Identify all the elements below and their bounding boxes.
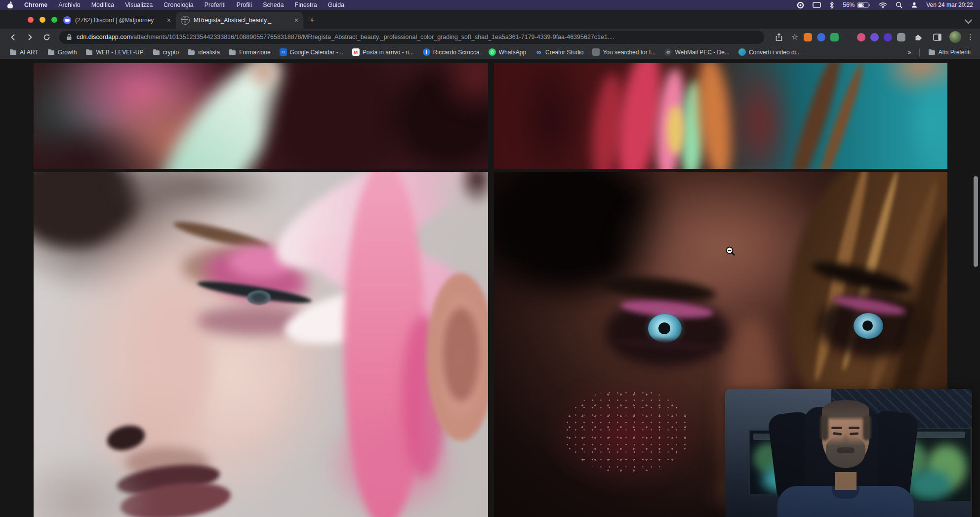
menu-item-chrome[interactable]: Chrome [24, 1, 47, 8]
battery-icon [857, 2, 870, 8]
close-window-button[interactable] [28, 17, 34, 23]
decor-blob [563, 389, 692, 473]
bookmark-label: You searched for I... [603, 49, 655, 56]
spotlight-search-icon[interactable] [896, 1, 902, 8]
bookmark-label: Formazione [239, 49, 270, 56]
image-grid-top-right[interactable] [494, 63, 947, 169]
chevron-down-icon[interactable] [965, 16, 973, 24]
share-icon[interactable] [772, 30, 786, 44]
folder-icon [153, 48, 160, 56]
bookmark-riccardo-scrocca[interactable]: Riccardo Scrocca [418, 47, 484, 57]
back-button[interactable] [6, 30, 20, 44]
close-tab-icon[interactable]: × [294, 17, 298, 24]
menu-kebab-icon[interactable]: ⋮ [967, 33, 974, 41]
chrome-tab-strip: (2762) Discord | @Midjourney × MRregista… [0, 10, 980, 29]
menu-status-group: 56% Ven 24 mar 20:22 [797, 1, 980, 9]
bookmark-label: Posta in arrivo - ri... [363, 49, 414, 56]
bookmark-posta-in-arrivo-ri[interactable]: Posta in arrivo - ri... [348, 47, 418, 57]
bookmark-ai-art[interactable]: AI ART [5, 47, 43, 57]
bookmarks-divider [919, 48, 920, 56]
violet-extension-icon[interactable] [884, 33, 892, 41]
purple-circle-extension-icon[interactable] [870, 33, 879, 41]
image-grid-bottom-left-portrait[interactable] [34, 172, 488, 517]
image-grid-top-left[interactable] [34, 63, 488, 169]
folder-icon [47, 48, 55, 56]
bookmark-items: AI ARTGrowthWEB - LEVEL-UPcryptoidealist… [5, 47, 805, 57]
bookmark-crypto[interactable]: crypto [148, 47, 184, 57]
scrollbar-thumb[interactable] [974, 176, 978, 267]
other-bookmarks-folder[interactable]: Altri Preferiti [924, 47, 975, 57]
bookmark-creator-studio[interactable]: Creator Studio [531, 47, 588, 57]
bookmark-webmail-pec-de[interactable]: WebMail PEC - De... [660, 47, 734, 57]
minimize-window-button[interactable] [40, 17, 45, 23]
site-lock-icon[interactable] [66, 34, 72, 40]
battery-status[interactable]: 56% [843, 1, 870, 8]
bookmark-you-searched-for-i[interactable]: You searched for I... [588, 47, 660, 57]
bookmark-growth[interactable]: Growth [43, 47, 82, 57]
tab-image-attachment[interactable]: MRregista_Abstract_beauty._ × [176, 12, 303, 29]
wifi-icon[interactable] [879, 2, 887, 8]
menu-item-preferiti[interactable]: Preferiti [204, 1, 226, 8]
menu-item-visualizza[interactable]: Visualizza [125, 1, 153, 8]
folder-icon [188, 48, 195, 56]
menu-item-profili[interactable]: Profili [237, 1, 252, 8]
display-mirror-icon[interactable] [813, 2, 821, 8]
bookmark-google-calendar[interactable]: Google Calendar -... [275, 47, 348, 57]
screen-record-icon[interactable] [797, 1, 804, 9]
bookmark-label: idealista [198, 49, 220, 56]
decor-blob [725, 389, 972, 517]
menu-item-archivio[interactable]: Archivio [58, 1, 80, 8]
bookmark-web-level-up[interactable]: WEB - LEVEL-UP [81, 47, 148, 57]
apple-menu-icon[interactable] [7, 2, 13, 8]
bookmarks-bar: AI ARTGrowthWEB - LEVEL-UPcryptoidealist… [0, 45, 980, 59]
chrome-toolbar: cdn.discordapp.com/attachments/101351233… [0, 29, 980, 45]
gray-grid-extension-icon[interactable] [897, 33, 905, 41]
menu-item-scheda[interactable]: Scheda [263, 1, 284, 8]
orange-fox-extension-icon[interactable] [804, 33, 812, 41]
folder-icon [85, 48, 93, 56]
bookmark-formazione[interactable]: Formazione [224, 47, 275, 57]
close-tab-icon[interactable]: × [167, 17, 171, 24]
pink-key-extension-icon[interactable] [857, 33, 865, 41]
side-panel-icon[interactable] [930, 30, 944, 44]
url-path: /attachments/1013512335442333816/1088905… [132, 34, 614, 40]
webmail-icon [664, 48, 672, 56]
bookmark-label: crypto [163, 49, 179, 56]
decor-blob [443, 308, 480, 401]
menu-left-group: ChromeArchivioModificaVisualizzaCronolog… [0, 1, 344, 8]
globe-favicon [181, 16, 190, 25]
convert-icon [738, 48, 746, 56]
forward-button[interactable] [23, 30, 37, 44]
menu-clock[interactable]: Ven 24 mar 20:22 [926, 1, 973, 8]
blue-wallet-extension-icon[interactable] [817, 33, 825, 41]
tabs: (2762) Discord | @Midjourney × MRregista… [58, 10, 321, 29]
omnibox[interactable]: cdn.discordapp.com/attachments/101351233… [59, 31, 764, 44]
dark-circle-extension-icon[interactable] [844, 33, 852, 41]
menu-item-modifica[interactable]: Modifica [91, 1, 115, 8]
new-tab-button[interactable]: + [303, 12, 321, 29]
bookmark-whatsapp[interactable]: WhatsApp [484, 47, 531, 57]
zoom-out-cursor [725, 246, 736, 257]
bluetooth-icon[interactable] [829, 1, 834, 9]
tab-title: MRregista_Abstract_beauty._ [194, 17, 290, 24]
green-n-extension-icon[interactable] [830, 33, 839, 41]
bookmark-star-icon[interactable]: ☆ [791, 33, 798, 41]
profile-avatar[interactable] [949, 31, 961, 43]
menu-item-finestra[interactable]: Finestra [295, 1, 317, 8]
bookmark-converti-i-video-di[interactable]: Converti i video di... [734, 47, 805, 57]
bookmark-label: WhatsApp [499, 49, 526, 56]
other-bookmarks-label: Altri Preferiti [939, 49, 971, 56]
tab-discord[interactable]: (2762) Discord | @Midjourney × [58, 12, 176, 29]
zoom-window-button[interactable] [51, 17, 57, 23]
extensions-puzzle-icon[interactable] [911, 30, 925, 44]
menu-item-guida[interactable]: Guida [328, 1, 344, 8]
bookmark-label: Google Calendar -... [290, 49, 343, 56]
menu-item-cronologia[interactable]: Cronologia [163, 1, 193, 8]
reload-button[interactable] [40, 30, 53, 44]
bookmark-label: Creator Studio [545, 49, 583, 56]
bookmarks-overflow-chevron[interactable]: » [903, 48, 915, 56]
gcal-icon [280, 48, 287, 56]
fast-user-switch-icon[interactable] [911, 1, 918, 8]
bookmark-idealista[interactable]: idealista [183, 47, 224, 57]
decor-blob [658, 322, 670, 334]
